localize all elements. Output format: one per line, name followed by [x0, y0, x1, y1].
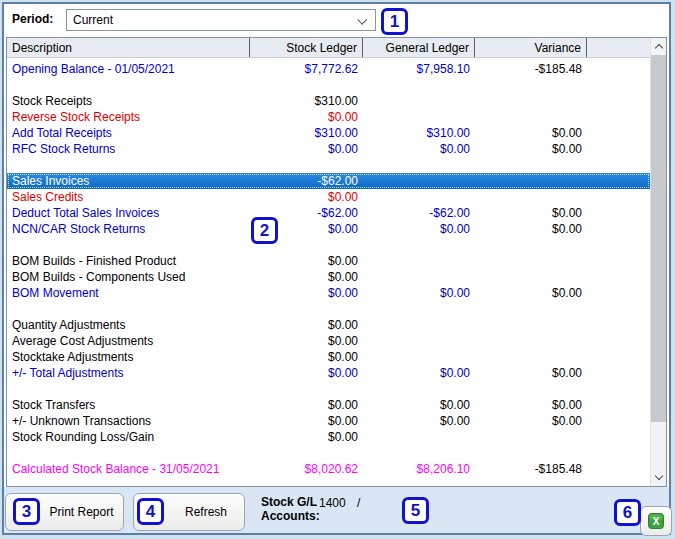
cell-general-ledger — [363, 301, 475, 317]
table-row[interactable]: BOM Builds - Components Used$0.00 — [7, 269, 650, 285]
table-row[interactable]: NCN/CAR Stock Returns$0.00$0.00$0.00 — [7, 221, 650, 237]
cell-general-ledger — [363, 173, 475, 189]
cell-description: BOM Builds - Components Used — [7, 269, 250, 285]
cell-general-ledger — [363, 333, 475, 349]
cell-description: Stock Transfers — [7, 397, 250, 413]
cell-filler — [587, 173, 650, 189]
cell-filler — [587, 413, 650, 429]
cell-variance — [475, 173, 587, 189]
reconciliation-table: Description Stock Ledger General Ledger … — [6, 37, 667, 487]
cell-filler — [587, 461, 650, 477]
period-dropdown[interactable]: Current — [66, 9, 376, 31]
cell-description: RFC Stock Returns — [7, 141, 250, 157]
table-row-blank — [7, 237, 650, 253]
table-row[interactable]: +/- Total Adjustments$0.00$0.00$0.00 — [7, 365, 650, 381]
cell-general-ledger: $0.00 — [363, 413, 475, 429]
cell-variance — [475, 445, 587, 461]
cell-stock-ledger: $0.00 — [250, 189, 363, 205]
cell-filler — [587, 93, 650, 109]
cell-variance — [475, 381, 587, 397]
cell-general-ledger — [363, 237, 475, 253]
cell-description: Add Total Receipts — [7, 125, 250, 141]
cell-stock-ledger: $0.00 — [250, 365, 363, 381]
cell-general-ledger: $0.00 — [363, 141, 475, 157]
annotation-badge-2: 2 — [251, 217, 278, 244]
table-row[interactable]: Quantity Adjustments$0.00 — [7, 317, 650, 333]
column-header-variance[interactable]: Variance — [475, 38, 587, 57]
cell-stock-ledger: $0.00 — [250, 141, 363, 157]
table-row[interactable]: Stocktake Adjustments$0.00 — [7, 349, 650, 365]
table-row[interactable]: Sales Invoices-$62.00 — [7, 173, 650, 189]
cell-general-ledger: -$62.00 — [363, 205, 475, 221]
column-header-description[interactable]: Description — [7, 38, 250, 57]
table-row[interactable]: Opening Balance - 01/05/2021$7,772.62$7,… — [7, 61, 650, 77]
table-row[interactable]: Sales Credits$0.00 — [7, 189, 650, 205]
cell-filler — [587, 445, 650, 461]
cell-variance — [475, 269, 587, 285]
table-row[interactable]: Average Cost Adjustments$0.00 — [7, 333, 650, 349]
cell-variance — [475, 157, 587, 173]
table-row[interactable]: Deduct Total Sales Invoices-$62.00-$62.0… — [7, 205, 650, 221]
cell-description: Deduct Total Sales Invoices — [7, 205, 250, 221]
table-row[interactable]: RFC Stock Returns$0.00$0.00$0.00 — [7, 141, 650, 157]
cell-stock-ledger: $0.00 — [250, 413, 363, 429]
cell-filler — [587, 157, 650, 173]
cell-general-ledger — [363, 253, 475, 269]
cell-stock-ledger — [250, 77, 363, 93]
cell-filler — [587, 237, 650, 253]
table-row[interactable]: BOM Movement$0.00$0.00$0.00 — [7, 285, 650, 301]
cell-description: +/- Unknown Transactions — [7, 413, 250, 429]
table-row[interactable]: Reverse Stock Receipts$0.00 — [7, 109, 650, 125]
cell-filler — [587, 397, 650, 413]
table-row[interactable]: Stock Transfers$0.00$0.00$0.00 — [7, 397, 650, 413]
chevron-up-icon — [654, 44, 662, 52]
cell-description: NCN/CAR Stock Returns — [7, 221, 250, 237]
column-header-general-ledger[interactable]: General Ledger — [363, 38, 475, 57]
cell-general-ledger — [363, 77, 475, 93]
cell-filler — [587, 253, 650, 269]
cell-general-ledger — [363, 445, 475, 461]
scroll-up-button[interactable] — [651, 38, 666, 55]
table-row[interactable]: +/- Unknown Transactions$0.00$0.00$0.00 — [7, 413, 650, 429]
table-row[interactable]: Calculated Stock Balance - 31/05/2021$8,… — [7, 461, 650, 477]
cell-general-ledger — [363, 93, 475, 109]
table-row[interactable]: Add Total Receipts$310.00$310.00$0.00 — [7, 125, 650, 141]
cell-stock-ledger: $310.00 — [250, 93, 363, 109]
scrollbar-track[interactable] — [651, 422, 666, 469]
bottom-toolbar: Print Report Refresh Stock G/L Accounts:… — [4, 487, 669, 533]
scroll-down-button[interactable] — [651, 469, 666, 486]
cell-filler — [587, 301, 650, 317]
cell-general-ledger — [363, 317, 475, 333]
cell-variance — [475, 317, 587, 333]
cell-filler — [587, 221, 650, 237]
cell-description — [7, 381, 250, 397]
export-to-excel-button[interactable]: X — [640, 506, 672, 536]
cell-stock-ledger: $0.00 — [250, 349, 363, 365]
cell-description — [7, 77, 250, 93]
screen: Period: Current Description Stock Ledger… — [0, 0, 675, 539]
cell-filler — [587, 429, 650, 445]
table-content: Description Stock Ledger General Ledger … — [7, 38, 650, 486]
cell-filler — [587, 365, 650, 381]
cell-variance — [475, 109, 587, 125]
vertical-scrollbar[interactable] — [650, 38, 666, 486]
cell-stock-ledger: $310.00 — [250, 125, 363, 141]
table-row[interactable]: BOM Builds - Finished Product$0.00 — [7, 253, 650, 269]
cell-variance — [475, 237, 587, 253]
column-header-stock-ledger[interactable]: Stock Ledger — [250, 38, 363, 57]
table-row[interactable]: Stock Rounding Loss/Gain$0.00 — [7, 429, 650, 445]
chevron-down-icon — [654, 472, 662, 480]
cell-filler — [587, 349, 650, 365]
cell-stock-ledger: $0.00 — [250, 429, 363, 445]
cell-filler — [587, 125, 650, 141]
stock-gl-account-value: 1400 — [319, 496, 346, 510]
table-row[interactable]: Stock Receipts$310.00 — [7, 93, 650, 109]
cell-description: Calculated Stock Balance - 31/05/2021 — [7, 461, 250, 477]
cell-filler — [587, 381, 650, 397]
cell-stock-ledger — [250, 301, 363, 317]
cell-description: Stock Receipts — [7, 93, 250, 109]
scrollbar-thumb[interactable] — [651, 55, 666, 422]
cell-stock-ledger: $0.00 — [250, 269, 363, 285]
cell-general-ledger — [363, 381, 475, 397]
cell-general-ledger — [363, 157, 475, 173]
